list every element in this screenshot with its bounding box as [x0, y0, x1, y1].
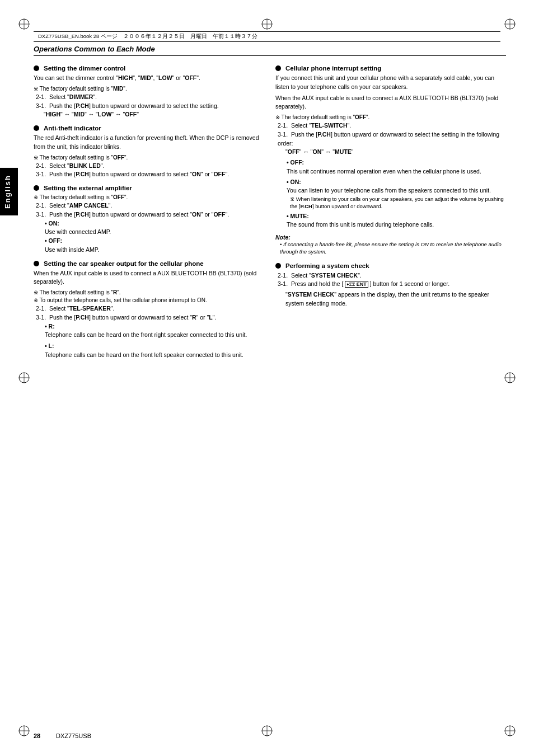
reg-mark-bl — [18, 725, 30, 738]
cellular-body2: When the AUX input cable is used to conn… — [275, 94, 506, 112]
section-car-speaker-title: Setting the car speaker output for the c… — [34, 260, 264, 267]
car-speaker-step1: 2-1. Select "TEL-SPEAKER". — [36, 304, 264, 313]
car-speaker-l: • L:Telephone calls can be heard on the … — [45, 342, 264, 360]
antitheft-step1: 2-1. Select "BLINK LED". — [36, 162, 264, 171]
cellular-on-note: ※ When listening to your calls on your c… — [290, 195, 506, 210]
dimmer-step1: 2-1. Select "DIMMER". — [36, 93, 264, 102]
section-antitheft: Anti-theft indicator The red Anti-theft … — [34, 125, 264, 179]
bullet-dimmer — [34, 65, 39, 71]
main-content: Operations Common to Each Mode Setting t… — [34, 45, 506, 711]
left-column: Setting the dimmer control You can set t… — [34, 60, 264, 360]
page-number: 28 — [34, 732, 40, 739]
ext-amp-step2: 3-1. Push the [P.CH] button upward or do… — [36, 210, 264, 219]
right-column: Cellular phone interrupt setting If you … — [275, 60, 506, 360]
ext-amp-on: • ON:Use with connected AMP. — [45, 219, 264, 237]
section-ext-amp: Setting the external amplifier The facto… — [34, 185, 264, 255]
reg-mark-tl — [18, 18, 30, 31]
section-cellular-title: Cellular phone interrupt setting — [275, 65, 506, 72]
section-system-check-title: Performing a system check — [275, 262, 506, 269]
section-cellular-interrupt: Cellular phone interrupt setting If you … — [275, 65, 506, 256]
cellular-general-note: Note: • If connecting a hands-free kit, … — [275, 234, 506, 256]
cellular-note: The factory default setting is "OFF". — [275, 114, 506, 121]
system-check-step1: 2-1. Select "SYSTEM CHECK". — [278, 271, 506, 280]
cellular-step1: 2-1. Select "TEL-SWITCH". — [278, 121, 506, 130]
dimmer-sequence: "HIGH" ↔ "MID" ↔ "LOW" ↔ "OFF" — [44, 110, 264, 119]
dimmer-note: The factory default setting is "MID". — [34, 85, 264, 93]
ext-amp-note: The factory default setting is "OFF". — [34, 194, 264, 201]
file-info-text: DXZ775USB_EN.book 28 ページ ２００６年１２月２５日 月曜日… — [38, 33, 257, 40]
section-car-speaker: Setting the car speaker output for the c… — [34, 260, 264, 360]
antitheft-note: The factory default setting is "OFF". — [34, 154, 264, 162]
cellular-sequence: "OFF" ↔ "ON" ↔ "MUTE" — [285, 148, 506, 157]
section-dimmer-title: Setting the dimmer control — [34, 65, 264, 72]
page-title: Operations Common to Each Mode — [34, 45, 506, 56]
file-info-bar: DXZ775USB_EN.book 28 ページ ２００６年１２月２５日 月曜日… — [34, 31, 500, 42]
section-dimmer: Setting the dimmer control You can set t… — [34, 65, 264, 119]
section-system-check: Performing a system check 2-1. Select "S… — [275, 262, 506, 308]
section-antitheft-title: Anti-theft indicator — [34, 125, 264, 132]
reg-mark-br — [504, 725, 516, 738]
reg-mark-tr — [504, 18, 516, 31]
cellular-off: • OFF:This unit continues normal operati… — [287, 158, 506, 176]
car-speaker-r: • R:Telephone calls can be heard on the … — [45, 322, 264, 340]
note-label: Note: — [275, 234, 506, 241]
car-speaker-note2: To output the telephone calls, set the c… — [34, 297, 264, 304]
page-doc-name: DXZ775USB — [56, 732, 91, 739]
bullet-ext-amp — [34, 185, 39, 191]
section-ext-amp-title: Setting the external amplifier — [34, 185, 264, 191]
bullet-antitheft — [34, 125, 39, 131]
ext-amp-off: • OFF:Use with inside AMP. — [45, 237, 264, 255]
two-column-layout: Setting the dimmer control You can set t… — [34, 60, 506, 360]
reg-mark-ml — [18, 372, 30, 385]
dimmer-step2: 3-1. Push the [P.CH] button upward or do… — [36, 102, 264, 111]
english-tab: English — [0, 168, 18, 215]
system-check-step2: 3-1. Press and hold the [ ▶ꞮꞮ ENT ] butt… — [278, 280, 506, 289]
antitheft-body: The red Anti-theft indicator is a functi… — [34, 134, 264, 152]
car-speaker-note1: The factory default setting is "R". — [34, 289, 264, 297]
bullet-system-check — [275, 263, 281, 269]
antitheft-step2: 3-1. Push the [P.CH] button upward or do… — [36, 170, 264, 179]
page: DXZ775USB_EN.book 28 ページ ２００６年１２月２５日 月曜日… — [0, 0, 534, 756]
reg-mark-tm — [261, 18, 273, 31]
cellular-body1: If you connect this unit and your cellul… — [275, 74, 506, 92]
cellular-step2: 3-1. Push the [P.CH] button upward or do… — [278, 130, 506, 148]
dimmer-body: You can set the dimmer control "HIGH", "… — [34, 74, 264, 83]
bullet-car-speaker — [34, 261, 39, 266]
car-speaker-body: When the AUX input cable is used to conn… — [34, 269, 264, 287]
cellular-mute: • MUTE:The sound from this unit is muted… — [287, 212, 506, 230]
ext-amp-step1: 2-1. Select "AMP CANCEL". — [36, 201, 264, 210]
system-check-result: "SYSTEM CHECK" appears in the display, t… — [285, 290, 506, 308]
reg-mark-bm — [261, 725, 273, 738]
bullet-cellular — [275, 65, 281, 71]
note-text: • If connecting a hands-free kit, please… — [280, 241, 506, 256]
cellular-on: • ON:You can listen to your telephone ca… — [287, 178, 506, 196]
car-speaker-step2: 3-1. Push the [P.CH] button upward or do… — [36, 313, 264, 322]
